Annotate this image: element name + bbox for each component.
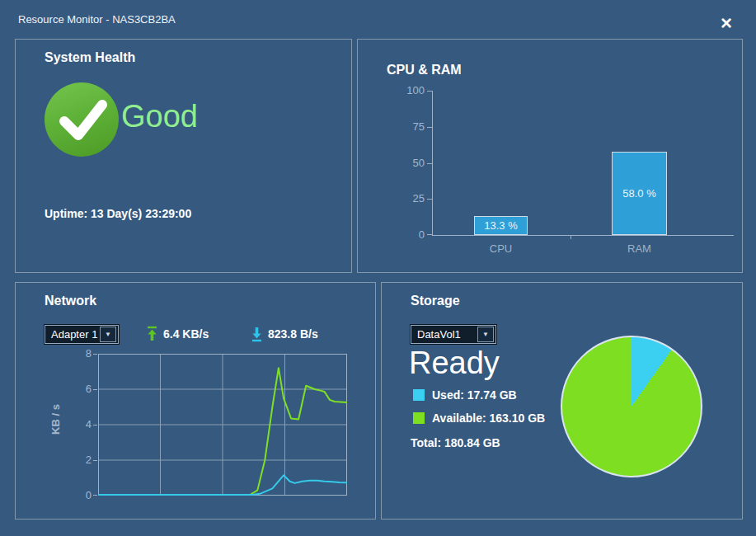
- y-axis-tick: [93, 460, 97, 461]
- cpu-axis-label: CPU: [474, 242, 528, 255]
- check-icon: [45, 82, 119, 157]
- y-axis-tick: [427, 127, 432, 128]
- y-axis-tick-label: 75: [390, 120, 425, 133]
- y-axis-tick-label: 2: [70, 454, 92, 466]
- available-legend-row: Available: 163.10 GB: [413, 411, 545, 425]
- download-icon: [251, 326, 263, 342]
- ram-usage-bar: 58.0 %: [612, 152, 667, 236]
- cpu-ram-panel: CPU & RAM 13.3 % 58.0 % CPU RAM 02550751…: [357, 39, 743, 273]
- ram-axis-label: RAM: [612, 242, 667, 255]
- window-title: Resource Monitor - NAS3CB2BA: [18, 13, 176, 26]
- download-speed: 823.8 B/s: [251, 326, 318, 342]
- volume-select-value: DataVol1: [417, 328, 477, 341]
- y-axis-tick: [427, 91, 432, 92]
- volume-status-text: Ready: [409, 346, 500, 381]
- health-status-text: Good: [121, 99, 198, 134]
- storage-title: Storage: [411, 294, 460, 308]
- network-throughput-chart: 02468: [98, 354, 347, 496]
- y-axis-tick-label: 0: [70, 489, 92, 501]
- storage-pie-chart: [561, 336, 702, 477]
- y-axis-tick: [93, 495, 97, 496]
- used-legend-row: Used: 17.74 GB: [413, 388, 517, 402]
- total-capacity-label: Total: 180.84 GB: [411, 436, 500, 449]
- y-axis-tick: [93, 354, 97, 355]
- close-button[interactable]: ×: [716, 13, 736, 33]
- network-panel: Network Adapter 1 ▼ 6.4 KB/s 823.8 B/s 0…: [15, 282, 376, 520]
- adapter-select-value: Adapter 1: [51, 328, 100, 341]
- ram-usage-value: 58.0 %: [622, 187, 655, 200]
- cpu-ram-chart: 13.3 % 58.0 % CPU RAM 0255075100: [432, 91, 734, 236]
- download-speed-value: 823.8 B/s: [268, 327, 318, 341]
- available-legend-swatch: [413, 412, 425, 424]
- system-health-panel: System Health Good Uptime: 13 Day(s) 23:…: [15, 39, 352, 273]
- cpu-usage-bar: 13.3 %: [474, 216, 528, 235]
- volume-select[interactable]: DataVol1 ▼: [411, 325, 496, 344]
- y-axis-tick-label: 100: [390, 84, 425, 96]
- health-status-icon: [45, 82, 119, 157]
- y-axis-tick: [427, 163, 432, 164]
- uptime-text: Uptime: 13 Day(s) 23:29:00: [45, 207, 191, 220]
- y-axis-tick: [427, 234, 432, 235]
- upload-speed: 6.4 KB/s: [146, 326, 209, 342]
- network-title: Network: [45, 294, 96, 308]
- y-axis-tick-label: 6: [70, 383, 92, 395]
- upload-icon: [146, 326, 158, 342]
- y-axis-tick: [427, 199, 432, 200]
- chevron-down-icon: ▼: [100, 327, 116, 342]
- system-health-title: System Health: [45, 50, 135, 65]
- used-legend-label: Used: 17.74 GB: [432, 388, 517, 402]
- cpu-usage-value: 13.3 %: [484, 219, 517, 232]
- y-axis-tick: [93, 425, 97, 426]
- window-titlebar[interactable]: Resource Monitor - NAS3CB2BA ×: [0, 0, 756, 39]
- network-chart-svg: [98, 354, 347, 496]
- y-axis-tick-label: 50: [390, 157, 425, 169]
- storage-panel: Storage DataVol1 ▼ Ready Used: 17.74 GB …: [381, 282, 743, 520]
- y-axis-tick-label: 25: [390, 192, 425, 205]
- close-icon: ×: [721, 14, 732, 32]
- upload-speed-value: 6.4 KB/s: [163, 327, 209, 341]
- adapter-select[interactable]: Adapter 1 ▼: [45, 325, 119, 344]
- y-axis-tick-label: 4: [70, 418, 92, 430]
- x-axis-tick: [571, 235, 571, 239]
- y-axis-tick-label: 0: [390, 228, 425, 241]
- cpu-ram-title: CPU & RAM: [387, 63, 462, 78]
- network-y-axis-label: KB / s: [49, 395, 62, 444]
- used-legend-swatch: [413, 389, 425, 401]
- y-axis-tick: [93, 389, 97, 390]
- available-legend-label: Available: 163.10 GB: [432, 411, 545, 425]
- y-axis-tick-label: 8: [70, 347, 92, 360]
- chevron-down-icon: ▼: [477, 327, 494, 342]
